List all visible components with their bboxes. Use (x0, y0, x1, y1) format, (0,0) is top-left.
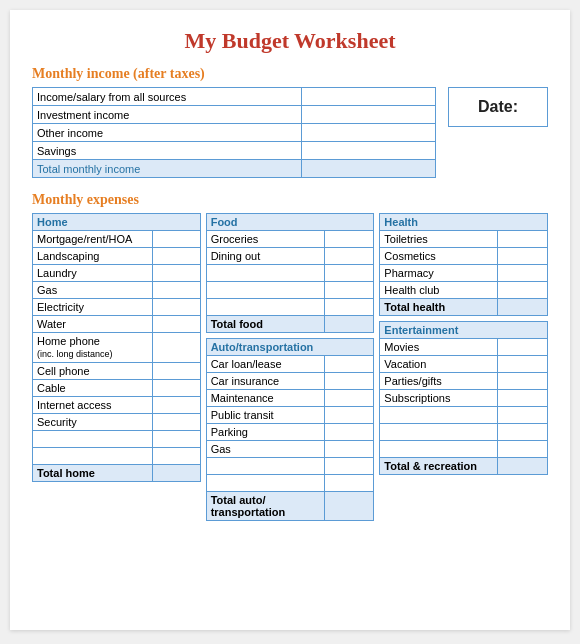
home-value-5[interactable] (152, 299, 200, 316)
home-value-7[interactable] (152, 333, 200, 363)
auto-label-5: Parking (206, 424, 324, 441)
home-value-6[interactable] (152, 316, 200, 333)
food-label-empty2 (206, 282, 324, 299)
entertainment-row-4: Subscriptions (380, 390, 548, 407)
home-value-3[interactable] (152, 265, 200, 282)
auto-value-2[interactable] (324, 373, 374, 390)
health-label-2: Cosmetics (380, 248, 498, 265)
food-total-row: Total food (206, 316, 374, 333)
home-label-4: Gas (33, 282, 153, 299)
food-label-2: Dining out (206, 248, 324, 265)
home-total-label: Total home (33, 464, 153, 481)
health-value-3[interactable] (498, 265, 548, 282)
food-value-1[interactable] (324, 231, 374, 248)
entertainment-value-empty2[interactable] (498, 424, 548, 441)
auto-total-label: Total auto/ transportation (206, 492, 324, 521)
home-value-8[interactable] (152, 362, 200, 379)
home-label-6: Water (33, 316, 153, 333)
auto-value-empty2[interactable] (324, 475, 374, 492)
entertainment-row-3: Parties/gifts (380, 373, 548, 390)
food-header-row: Food (206, 214, 374, 231)
home-total-value[interactable] (152, 464, 200, 481)
entertainment-value-empty3[interactable] (498, 441, 548, 458)
entertainment-label-empty3 (380, 441, 498, 458)
auto-value-5[interactable] (324, 424, 374, 441)
food-header: Food (206, 214, 374, 231)
auto-label-2: Car insurance (206, 373, 324, 390)
entertainment-value-4[interactable] (498, 390, 548, 407)
entertainment-total-label: Total & recreation (380, 458, 498, 475)
food-value-2[interactable] (324, 248, 374, 265)
home-label-11: Security (33, 413, 153, 430)
date-label: Date: (478, 98, 518, 116)
entertainment-table: Entertainment Movies Vacation Parties/gi… (379, 321, 548, 475)
expenses-section-title: Monthly expenses (32, 192, 548, 208)
food-row-empty1 (206, 265, 374, 282)
entertainment-value-empty1[interactable] (498, 407, 548, 424)
health-table: Health Toiletries Cosmetics Pharmacy (379, 213, 548, 316)
entertainment-label-1: Movies (380, 339, 498, 356)
home-value-11[interactable] (152, 413, 200, 430)
auto-row-5: Parking (206, 424, 374, 441)
income-row-2: Investment income (33, 106, 436, 124)
income-value-4[interactable] (301, 142, 435, 160)
home-value-2[interactable] (152, 248, 200, 265)
auto-value-6[interactable] (324, 441, 374, 458)
food-label-empty1 (206, 265, 324, 282)
income-value-1[interactable] (301, 88, 435, 106)
income-section-title: Monthly income (after taxes) (32, 66, 548, 82)
income-row-3: Other income (33, 124, 436, 142)
entertainment-total-row: Total & recreation (380, 458, 548, 475)
health-value-4[interactable] (498, 282, 548, 299)
health-row-4: Health club (380, 282, 548, 299)
entertainment-value-2[interactable] (498, 356, 548, 373)
food-row-empty2 (206, 282, 374, 299)
home-row-10: Internet access (33, 396, 201, 413)
auto-value-4[interactable] (324, 407, 374, 424)
home-value-empty2[interactable] (152, 447, 200, 464)
home-row-9: Cable (33, 379, 201, 396)
auto-value-3[interactable] (324, 390, 374, 407)
home-label-empty2 (33, 447, 153, 464)
food-auto-column: Food Groceries Dining out (206, 213, 375, 521)
health-value-1[interactable] (498, 231, 548, 248)
home-value-9[interactable] (152, 379, 200, 396)
health-header-row: Health (380, 214, 548, 231)
entertainment-total-value[interactable] (498, 458, 548, 475)
health-entertainment-column: Health Toiletries Cosmetics Pharmacy (379, 213, 548, 475)
home-label-10: Internet access (33, 396, 153, 413)
entertainment-row-empty3 (380, 441, 548, 458)
home-value-4[interactable] (152, 282, 200, 299)
auto-value-empty1[interactable] (324, 458, 374, 475)
home-row-2: Landscaping (33, 248, 201, 265)
home-value-1[interactable] (152, 231, 200, 248)
auto-row-4: Public transit (206, 407, 374, 424)
income-value-2[interactable] (301, 106, 435, 124)
health-total-value[interactable] (498, 299, 548, 316)
auto-label-1: Car loan/lease (206, 356, 324, 373)
health-label-3: Pharmacy (380, 265, 498, 282)
home-label-9: Cable (33, 379, 153, 396)
home-row-5: Electricity (33, 299, 201, 316)
food-value-empty2[interactable] (324, 282, 374, 299)
income-label-2: Investment income (33, 106, 302, 124)
income-value-3[interactable] (301, 124, 435, 142)
home-row-4: Gas (33, 282, 201, 299)
food-value-empty3[interactable] (324, 299, 374, 316)
entertainment-value-1[interactable] (498, 339, 548, 356)
home-total-row: Total home (33, 464, 201, 481)
home-value-empty1[interactable] (152, 430, 200, 447)
home-label-1: Mortgage/rent/HOA (33, 231, 153, 248)
food-value-empty1[interactable] (324, 265, 374, 282)
entertainment-value-3[interactable] (498, 373, 548, 390)
food-total-value[interactable] (324, 316, 374, 333)
auto-value-1[interactable] (324, 356, 374, 373)
home-label-2: Landscaping (33, 248, 153, 265)
home-value-10[interactable] (152, 396, 200, 413)
food-label-1: Groceries (206, 231, 324, 248)
health-value-2[interactable] (498, 248, 548, 265)
auto-total-value[interactable] (324, 492, 374, 521)
income-total-value[interactable] (301, 160, 435, 178)
health-label-4: Health club (380, 282, 498, 299)
home-row-11: Security (33, 413, 201, 430)
